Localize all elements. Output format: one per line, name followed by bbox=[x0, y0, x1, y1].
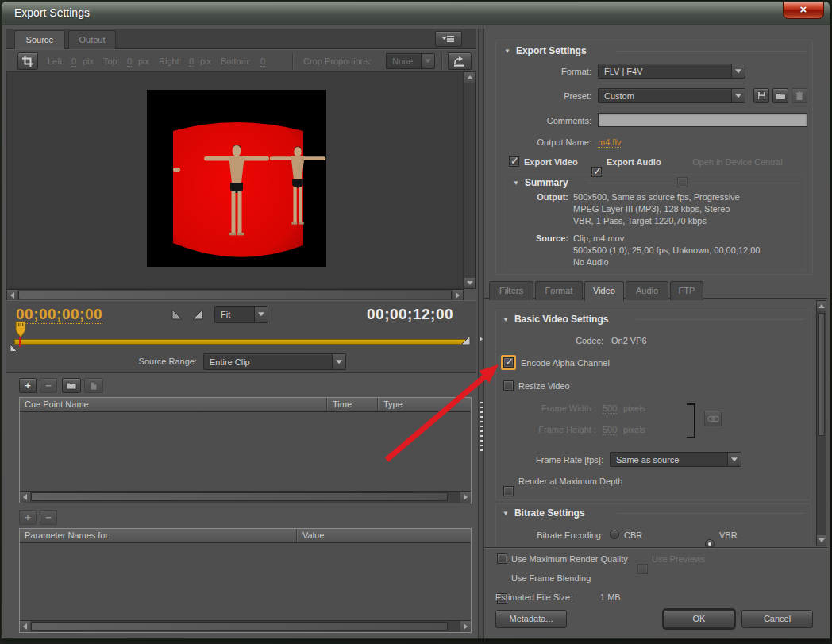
cancel-button[interactable]: Cancel bbox=[741, 610, 813, 628]
crop-top-value: 0 bbox=[127, 56, 132, 67]
bitrate-vbr-radio[interactable] bbox=[705, 539, 715, 547]
output-settings-button[interactable] bbox=[448, 52, 472, 70]
range-out-handle[interactable] bbox=[460, 335, 472, 346]
cue-table-body[interactable] bbox=[20, 412, 471, 490]
close-icon: × bbox=[800, 2, 807, 16]
title-bar[interactable]: Export Settings × bbox=[2, 2, 830, 25]
cue-point-table: Cue Point Name Time Type bbox=[19, 397, 472, 503]
scroll-down-icon[interactable] bbox=[464, 278, 475, 288]
encode-alpha-checkbox[interactable] bbox=[503, 357, 514, 368]
render-max-depth-label: Render at Maximum Depth bbox=[518, 476, 622, 486]
preview-vertical-scrollbar[interactable] bbox=[464, 71, 476, 289]
crop-button[interactable] bbox=[17, 52, 38, 70]
dropdown-arrow-icon bbox=[727, 453, 741, 466]
save-preset-button[interactable] bbox=[753, 88, 769, 103]
current-timecode[interactable]: 00;00;00;00 bbox=[16, 306, 102, 324]
parameter-table: Parameter Names for: Value bbox=[19, 528, 472, 633]
preset-dropdown[interactable]: Custom bbox=[598, 88, 745, 103]
panel-splitter[interactable] bbox=[478, 29, 484, 638]
summary-group: ▼ Summary Output: 500x500, Same as sourc… bbox=[504, 174, 806, 271]
estimated-file-size-label: Estimated File Size: bbox=[495, 592, 572, 602]
crop-toolbar: Left: 0 pix Top: 0 pix Right: 0 pix Bott… bbox=[6, 49, 476, 71]
set-in-point-button[interactable] bbox=[171, 309, 183, 321]
close-button[interactable]: × bbox=[783, 2, 824, 19]
tab-video[interactable]: Video bbox=[584, 281, 624, 301]
settings-tabbar: Filters Format Video Audio FTP bbox=[484, 280, 827, 299]
source-range-label: Source Range: bbox=[70, 357, 197, 366]
basic-video-settings-header[interactable]: ▼ Basic Video Settings bbox=[503, 314, 608, 325]
preview-horizontal-scrollbar[interactable] bbox=[6, 289, 464, 301]
tab-output[interactable]: Output bbox=[68, 30, 116, 49]
frame-rate-dropdown[interactable]: Same as source bbox=[610, 452, 741, 467]
source-range-dropdown[interactable]: Entire Clip bbox=[203, 353, 346, 370]
col-type: Type bbox=[383, 399, 403, 409]
cue-table-hscroll[interactable] bbox=[20, 491, 471, 503]
resize-video-checkbox[interactable] bbox=[503, 380, 514, 391]
load-cue-file-button[interactable] bbox=[62, 378, 81, 393]
metadata-button[interactable]: Metadata... bbox=[495, 610, 567, 628]
dropdown-arrow-icon bbox=[731, 89, 745, 102]
export-settings-header[interactable]: ▼ Export Settings bbox=[504, 45, 587, 56]
remove-parameter-button[interactable]: − bbox=[40, 510, 57, 525]
tab-filters[interactable]: Filters bbox=[489, 281, 533, 300]
scroll-right-icon[interactable] bbox=[460, 621, 471, 632]
bitrate-settings-header[interactable]: ▼ Bitrate Settings bbox=[503, 507, 585, 519]
video-preview-image bbox=[147, 90, 326, 267]
scroll-right-icon[interactable] bbox=[460, 492, 471, 503]
ok-button[interactable]: OK bbox=[664, 610, 734, 628]
panel-menu-button[interactable] bbox=[435, 31, 462, 47]
playhead-marker[interactable] bbox=[14, 321, 27, 341]
scroll-left-icon[interactable] bbox=[20, 492, 30, 503]
format-dropdown[interactable]: FLV | F4V bbox=[598, 64, 745, 79]
parameter-table-hscroll[interactable] bbox=[20, 620, 471, 632]
scroll-up-icon[interactable] bbox=[464, 72, 475, 83]
plus-icon: + bbox=[25, 511, 31, 523]
scroll-thumb[interactable] bbox=[18, 291, 452, 299]
basic-video-settings-group: ▼ Basic Video Settings Codec: On2 VP6 En… bbox=[495, 310, 811, 500]
scroll-thumb[interactable] bbox=[818, 313, 825, 436]
render-max-depth-checkbox[interactable] bbox=[503, 486, 514, 496]
scroll-up-icon[interactable] bbox=[817, 301, 826, 311]
frame-height-value: 500 bbox=[603, 425, 617, 435]
delete-preset-button[interactable] bbox=[792, 88, 807, 103]
frame-width-label: Frame Width : bbox=[496, 403, 596, 413]
set-out-point-button[interactable] bbox=[192, 309, 204, 321]
zoom-level-dropdown[interactable]: Fit bbox=[214, 306, 268, 323]
tab-ftp[interactable]: FTP bbox=[670, 281, 703, 300]
link-width-height-button bbox=[704, 411, 722, 426]
duration-timecode: 00;00;12;00 bbox=[367, 306, 453, 323]
output-name-label: Output Name: bbox=[496, 137, 591, 147]
summary-header[interactable]: ▼ Summary bbox=[513, 177, 568, 188]
video-preview-frame bbox=[147, 90, 326, 267]
use-max-render-quality-checkbox[interactable] bbox=[497, 553, 507, 564]
timeline-bar[interactable] bbox=[14, 339, 468, 345]
scroll-right-icon[interactable] bbox=[453, 290, 463, 300]
scroll-down-icon[interactable] bbox=[817, 535, 826, 546]
source-range-row: Source Range: Entire Clip bbox=[6, 351, 476, 373]
source-tabbar: Source Output bbox=[6, 29, 476, 49]
output-name-link[interactable]: m4.flv bbox=[598, 137, 621, 148]
open-device-central-label: Open in Device Central bbox=[692, 157, 783, 167]
remove-cue-point-button[interactable]: − bbox=[40, 378, 57, 393]
save-cue-file-button[interactable] bbox=[84, 378, 103, 393]
parameter-table-body[interactable] bbox=[20, 543, 471, 619]
scroll-thumb[interactable] bbox=[31, 622, 448, 631]
scroll-left-icon[interactable] bbox=[7, 290, 17, 300]
video-tab-content: ▼ Basic Video Settings Codec: On2 VP6 En… bbox=[484, 299, 827, 547]
bitrate-cbr-radio[interactable] bbox=[610, 530, 619, 539]
export-settings-group: ▼ Export Settings Format: FLV | F4V Pres… bbox=[495, 40, 813, 275]
settings-vertical-scrollbar[interactable] bbox=[816, 300, 826, 546]
cue-table-header: Cue Point Name Time Type bbox=[20, 398, 471, 412]
tab-audio[interactable]: Audio bbox=[626, 281, 668, 300]
add-parameter-button[interactable]: + bbox=[19, 510, 37, 525]
tab-format[interactable]: Format bbox=[535, 281, 583, 300]
comments-input[interactable] bbox=[598, 113, 807, 127]
export-video-checkbox[interactable] bbox=[509, 156, 519, 167]
tab-source[interactable]: Source bbox=[14, 30, 65, 50]
add-cue-point-button[interactable]: + bbox=[19, 378, 37, 393]
scroll-left-icon[interactable] bbox=[20, 621, 30, 632]
estimated-file-size-value: 1 MB bbox=[600, 592, 621, 602]
scroll-thumb[interactable] bbox=[31, 492, 448, 501]
plus-icon: + bbox=[25, 380, 31, 391]
import-preset-button[interactable] bbox=[772, 88, 788, 103]
